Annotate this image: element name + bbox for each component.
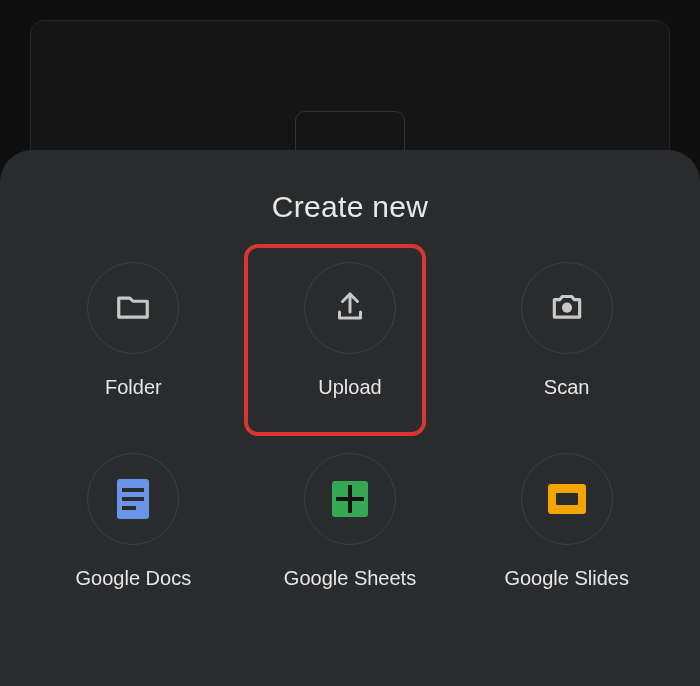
background-card [30, 20, 670, 170]
docs-label: Google Docs [76, 567, 192, 590]
sheets-circle [304, 453, 396, 545]
scan-circle [521, 262, 613, 354]
folder-button[interactable]: Folder [35, 262, 232, 399]
action-grid: Folder Upload [35, 262, 665, 590]
svg-point-0 [562, 303, 572, 313]
google-docs-icon [117, 479, 149, 519]
upload-label: Upload [318, 376, 381, 399]
scan-button[interactable]: Scan [468, 262, 665, 399]
slides-circle [521, 453, 613, 545]
create-new-sheet: Create new Folder [0, 150, 700, 686]
scan-label: Scan [544, 376, 590, 399]
google-sheets-icon [332, 481, 368, 517]
google-slides-icon [548, 484, 586, 514]
google-slides-button[interactable]: Google Slides [468, 453, 665, 590]
upload-circle [304, 262, 396, 354]
sheet-title: Create new [35, 190, 665, 224]
slides-label: Google Slides [504, 567, 629, 590]
upload-icon [332, 288, 368, 328]
camera-icon [548, 287, 586, 329]
folder-label: Folder [105, 376, 162, 399]
docs-circle [87, 453, 179, 545]
upload-button[interactable]: Upload [252, 262, 449, 399]
google-docs-button[interactable]: Google Docs [35, 453, 232, 590]
folder-circle [87, 262, 179, 354]
google-sheets-button[interactable]: Google Sheets [252, 453, 449, 590]
folder-icon [114, 287, 152, 329]
sheets-label: Google Sheets [284, 567, 416, 590]
